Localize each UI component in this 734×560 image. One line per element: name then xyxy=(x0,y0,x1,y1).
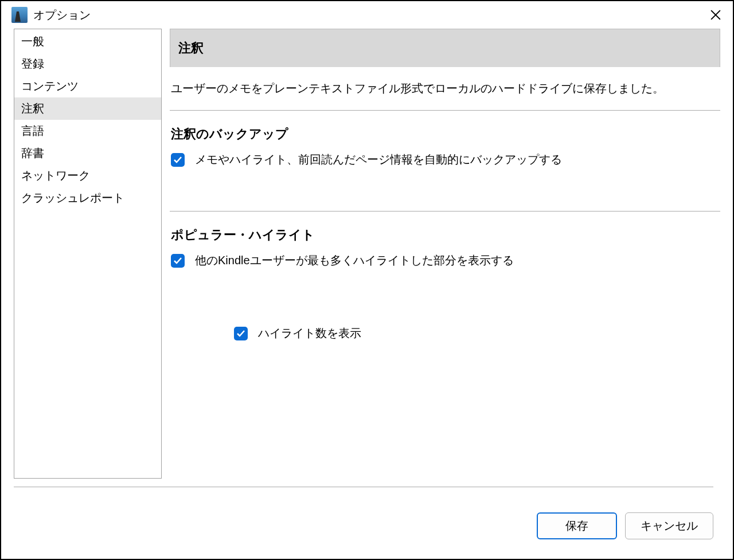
popular-checkbox-row[interactable]: 他のKindleユーザーが最も多くハイライトした部分を表示する xyxy=(171,250,719,271)
popular-section: ポピュラー・ハイライト 他のKindleユーザーが最も多くハイライトした部分を表… xyxy=(170,212,720,343)
check-icon xyxy=(236,329,245,338)
check-icon xyxy=(173,155,182,165)
sidebar-item-register[interactable]: 登録 xyxy=(14,53,161,75)
sidebar-item-dictionary[interactable]: 辞書 xyxy=(14,142,161,165)
highlight-count-checkbox-row[interactable]: ハイライト数を表示 xyxy=(234,323,719,343)
backup-checkbox[interactable] xyxy=(171,153,185,167)
popular-checkbox[interactable] xyxy=(171,254,185,268)
sidebar-item-general[interactable]: 一般 xyxy=(14,30,161,53)
cancel-button[interactable]: キャンセル xyxy=(625,512,713,539)
close-button[interactable] xyxy=(705,5,726,25)
titlebar-left: オプション xyxy=(11,7,91,23)
app-icon xyxy=(11,7,28,23)
popular-section-title: ポピュラー・ハイライト xyxy=(171,226,719,244)
main-panel: 注釈 ユーザーのメモをプレーンテキストファイル形式でローカルのハードドライブに保… xyxy=(170,29,720,479)
close-icon xyxy=(710,10,721,20)
backup-checkbox-row[interactable]: メモやハイライト、前回読んだページ情報を自動的にバックアップする xyxy=(171,150,719,170)
popular-checkbox-label: 他のKindleユーザーが最も多くハイライトした部分を表示する xyxy=(195,253,514,268)
titlebar: オプション xyxy=(1,1,733,29)
sidebar-item-content[interactable]: コンテンツ xyxy=(14,75,161,97)
highlight-count-checkbox[interactable] xyxy=(234,327,248,340)
backup-section: 注釈のバックアップ メモやハイライト、前回読んだページ情報を自動的にバックアップ… xyxy=(170,111,720,170)
sidebar-item-network[interactable]: ネットワーク xyxy=(14,165,161,187)
footer: 保存 キャンセル xyxy=(1,472,733,559)
sidebar-item-crash-report[interactable]: クラッシュレポート xyxy=(14,187,161,209)
footer-divider xyxy=(14,487,713,487)
save-button[interactable]: 保存 xyxy=(537,512,617,539)
highlight-count-checkbox-label: ハイライト数を表示 xyxy=(258,326,361,341)
check-icon xyxy=(173,256,182,265)
sidebar-item-language[interactable]: 言語 xyxy=(14,120,161,142)
backup-section-title: 注釈のバックアップ xyxy=(171,126,719,143)
section-header: 注釈 xyxy=(170,29,720,67)
section-description: ユーザーのメモをプレーンテキストファイル形式でローカルのハードドライブに保存しま… xyxy=(170,67,720,111)
backup-checkbox-label: メモやハイライト、前回読んだページ情報を自動的にバックアップする xyxy=(195,152,562,167)
window-title: オプション xyxy=(33,7,91,23)
sidebar-item-annotations[interactable]: 注釈 xyxy=(14,97,161,120)
content-area: 一般 登録 コンテンツ 注釈 言語 辞書 ネットワーク クラッシュレポート 注釈… xyxy=(1,29,733,479)
sidebar: 一般 登録 コンテンツ 注釈 言語 辞書 ネットワーク クラッシュレポート xyxy=(14,29,162,479)
footer-buttons: 保存 キャンセル xyxy=(14,512,713,539)
